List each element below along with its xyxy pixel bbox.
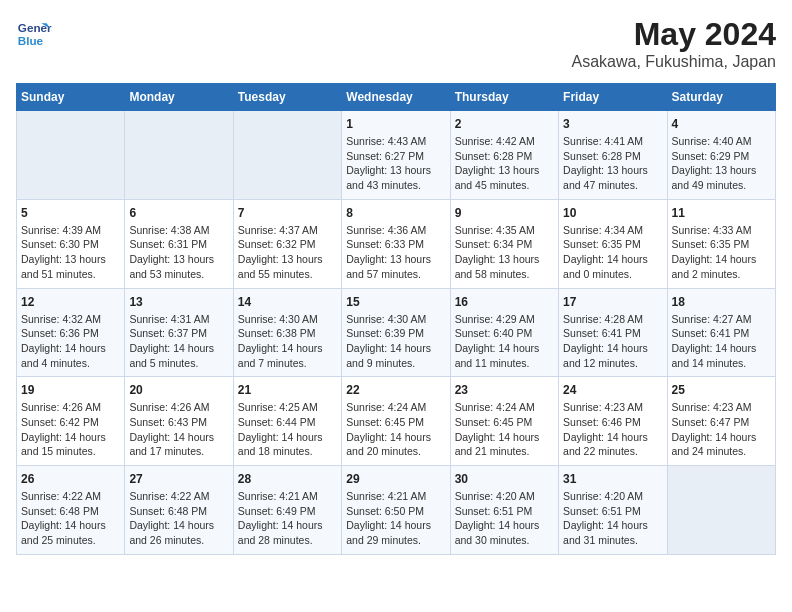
day-info: Sunrise: 4:21 AM Sunset: 6:50 PM Dayligh… bbox=[346, 489, 445, 548]
day-info: Sunrise: 4:30 AM Sunset: 6:38 PM Dayligh… bbox=[238, 312, 337, 371]
week-row-1: 1Sunrise: 4:43 AM Sunset: 6:27 PM Daylig… bbox=[17, 111, 776, 200]
day-number: 26 bbox=[21, 472, 120, 486]
calendar-cell: 26Sunrise: 4:22 AM Sunset: 6:48 PM Dayli… bbox=[17, 466, 125, 555]
svg-text:General: General bbox=[18, 21, 52, 34]
day-number: 15 bbox=[346, 295, 445, 309]
day-info: Sunrise: 4:37 AM Sunset: 6:32 PM Dayligh… bbox=[238, 223, 337, 282]
day-number: 29 bbox=[346, 472, 445, 486]
calendar-cell: 8Sunrise: 4:36 AM Sunset: 6:33 PM Daylig… bbox=[342, 199, 450, 288]
day-number: 30 bbox=[455, 472, 554, 486]
day-number: 8 bbox=[346, 206, 445, 220]
day-header-friday: Friday bbox=[559, 84, 667, 111]
day-number: 24 bbox=[563, 383, 662, 397]
calendar-cell: 3Sunrise: 4:41 AM Sunset: 6:28 PM Daylig… bbox=[559, 111, 667, 200]
day-info: Sunrise: 4:31 AM Sunset: 6:37 PM Dayligh… bbox=[129, 312, 228, 371]
day-info: Sunrise: 4:23 AM Sunset: 6:46 PM Dayligh… bbox=[563, 400, 662, 459]
calendar-table: SundayMondayTuesdayWednesdayThursdayFrid… bbox=[16, 83, 776, 555]
day-info: Sunrise: 4:24 AM Sunset: 6:45 PM Dayligh… bbox=[346, 400, 445, 459]
calendar-cell bbox=[125, 111, 233, 200]
day-info: Sunrise: 4:23 AM Sunset: 6:47 PM Dayligh… bbox=[672, 400, 771, 459]
day-info: Sunrise: 4:28 AM Sunset: 6:41 PM Dayligh… bbox=[563, 312, 662, 371]
day-info: Sunrise: 4:38 AM Sunset: 6:31 PM Dayligh… bbox=[129, 223, 228, 282]
calendar-cell: 29Sunrise: 4:21 AM Sunset: 6:50 PM Dayli… bbox=[342, 466, 450, 555]
calendar-cell: 22Sunrise: 4:24 AM Sunset: 6:45 PM Dayli… bbox=[342, 377, 450, 466]
calendar-cell: 7Sunrise: 4:37 AM Sunset: 6:32 PM Daylig… bbox=[233, 199, 341, 288]
calendar-cell: 10Sunrise: 4:34 AM Sunset: 6:35 PM Dayli… bbox=[559, 199, 667, 288]
calendar-cell: 13Sunrise: 4:31 AM Sunset: 6:37 PM Dayli… bbox=[125, 288, 233, 377]
days-header-row: SundayMondayTuesdayWednesdayThursdayFrid… bbox=[17, 84, 776, 111]
day-number: 11 bbox=[672, 206, 771, 220]
day-info: Sunrise: 4:40 AM Sunset: 6:29 PM Dayligh… bbox=[672, 134, 771, 193]
day-number: 7 bbox=[238, 206, 337, 220]
day-info: Sunrise: 4:21 AM Sunset: 6:49 PM Dayligh… bbox=[238, 489, 337, 548]
calendar-cell: 2Sunrise: 4:42 AM Sunset: 6:28 PM Daylig… bbox=[450, 111, 558, 200]
day-number: 12 bbox=[21, 295, 120, 309]
calendar-cell: 16Sunrise: 4:29 AM Sunset: 6:40 PM Dayli… bbox=[450, 288, 558, 377]
calendar-cell: 31Sunrise: 4:20 AM Sunset: 6:51 PM Dayli… bbox=[559, 466, 667, 555]
day-header-tuesday: Tuesday bbox=[233, 84, 341, 111]
day-number: 31 bbox=[563, 472, 662, 486]
day-info: Sunrise: 4:20 AM Sunset: 6:51 PM Dayligh… bbox=[455, 489, 554, 548]
calendar-cell: 27Sunrise: 4:22 AM Sunset: 6:48 PM Dayli… bbox=[125, 466, 233, 555]
calendar-cell: 11Sunrise: 4:33 AM Sunset: 6:35 PM Dayli… bbox=[667, 199, 775, 288]
svg-text:Blue: Blue bbox=[18, 34, 44, 47]
day-info: Sunrise: 4:29 AM Sunset: 6:40 PM Dayligh… bbox=[455, 312, 554, 371]
week-row-2: 5Sunrise: 4:39 AM Sunset: 6:30 PM Daylig… bbox=[17, 199, 776, 288]
day-info: Sunrise: 4:27 AM Sunset: 6:41 PM Dayligh… bbox=[672, 312, 771, 371]
calendar-cell: 17Sunrise: 4:28 AM Sunset: 6:41 PM Dayli… bbox=[559, 288, 667, 377]
day-number: 20 bbox=[129, 383, 228, 397]
calendar-cell bbox=[667, 466, 775, 555]
day-number: 4 bbox=[672, 117, 771, 131]
day-header-saturday: Saturday bbox=[667, 84, 775, 111]
title-area: May 2024 Asakawa, Fukushima, Japan bbox=[571, 16, 776, 71]
day-info: Sunrise: 4:22 AM Sunset: 6:48 PM Dayligh… bbox=[129, 489, 228, 548]
day-info: Sunrise: 4:43 AM Sunset: 6:27 PM Dayligh… bbox=[346, 134, 445, 193]
day-number: 28 bbox=[238, 472, 337, 486]
week-row-5: 26Sunrise: 4:22 AM Sunset: 6:48 PM Dayli… bbox=[17, 466, 776, 555]
calendar-cell: 23Sunrise: 4:24 AM Sunset: 6:45 PM Dayli… bbox=[450, 377, 558, 466]
day-info: Sunrise: 4:22 AM Sunset: 6:48 PM Dayligh… bbox=[21, 489, 120, 548]
day-number: 27 bbox=[129, 472, 228, 486]
calendar-cell: 30Sunrise: 4:20 AM Sunset: 6:51 PM Dayli… bbox=[450, 466, 558, 555]
calendar-cell: 4Sunrise: 4:40 AM Sunset: 6:29 PM Daylig… bbox=[667, 111, 775, 200]
day-info: Sunrise: 4:36 AM Sunset: 6:33 PM Dayligh… bbox=[346, 223, 445, 282]
day-info: Sunrise: 4:35 AM Sunset: 6:34 PM Dayligh… bbox=[455, 223, 554, 282]
day-number: 13 bbox=[129, 295, 228, 309]
day-header-thursday: Thursday bbox=[450, 84, 558, 111]
day-info: Sunrise: 4:30 AM Sunset: 6:39 PM Dayligh… bbox=[346, 312, 445, 371]
calendar-cell: 28Sunrise: 4:21 AM Sunset: 6:49 PM Dayli… bbox=[233, 466, 341, 555]
day-number: 14 bbox=[238, 295, 337, 309]
day-header-sunday: Sunday bbox=[17, 84, 125, 111]
calendar-cell: 19Sunrise: 4:26 AM Sunset: 6:42 PM Dayli… bbox=[17, 377, 125, 466]
day-number: 1 bbox=[346, 117, 445, 131]
calendar-cell: 14Sunrise: 4:30 AM Sunset: 6:38 PM Dayli… bbox=[233, 288, 341, 377]
day-info: Sunrise: 4:24 AM Sunset: 6:45 PM Dayligh… bbox=[455, 400, 554, 459]
day-number: 16 bbox=[455, 295, 554, 309]
week-row-4: 19Sunrise: 4:26 AM Sunset: 6:42 PM Dayli… bbox=[17, 377, 776, 466]
calendar-cell: 9Sunrise: 4:35 AM Sunset: 6:34 PM Daylig… bbox=[450, 199, 558, 288]
day-info: Sunrise: 4:26 AM Sunset: 6:43 PM Dayligh… bbox=[129, 400, 228, 459]
calendar-cell bbox=[233, 111, 341, 200]
week-row-3: 12Sunrise: 4:32 AM Sunset: 6:36 PM Dayli… bbox=[17, 288, 776, 377]
day-number: 10 bbox=[563, 206, 662, 220]
page-header: General Blue May 2024 Asakawa, Fukushima… bbox=[16, 16, 776, 71]
day-number: 19 bbox=[21, 383, 120, 397]
day-number: 3 bbox=[563, 117, 662, 131]
calendar-cell: 1Sunrise: 4:43 AM Sunset: 6:27 PM Daylig… bbox=[342, 111, 450, 200]
logo: General Blue bbox=[16, 16, 52, 52]
day-header-monday: Monday bbox=[125, 84, 233, 111]
day-info: Sunrise: 4:39 AM Sunset: 6:30 PM Dayligh… bbox=[21, 223, 120, 282]
day-number: 5 bbox=[21, 206, 120, 220]
calendar-subtitle: Asakawa, Fukushima, Japan bbox=[571, 53, 776, 71]
day-number: 22 bbox=[346, 383, 445, 397]
logo-icon: General Blue bbox=[16, 16, 52, 52]
calendar-cell: 18Sunrise: 4:27 AM Sunset: 6:41 PM Dayli… bbox=[667, 288, 775, 377]
day-number: 17 bbox=[563, 295, 662, 309]
calendar-cell: 24Sunrise: 4:23 AM Sunset: 6:46 PM Dayli… bbox=[559, 377, 667, 466]
calendar-cell: 15Sunrise: 4:30 AM Sunset: 6:39 PM Dayli… bbox=[342, 288, 450, 377]
calendar-cell: 25Sunrise: 4:23 AM Sunset: 6:47 PM Dayli… bbox=[667, 377, 775, 466]
calendar-title: May 2024 bbox=[571, 16, 776, 53]
day-info: Sunrise: 4:20 AM Sunset: 6:51 PM Dayligh… bbox=[563, 489, 662, 548]
day-info: Sunrise: 4:26 AM Sunset: 6:42 PM Dayligh… bbox=[21, 400, 120, 459]
day-number: 25 bbox=[672, 383, 771, 397]
